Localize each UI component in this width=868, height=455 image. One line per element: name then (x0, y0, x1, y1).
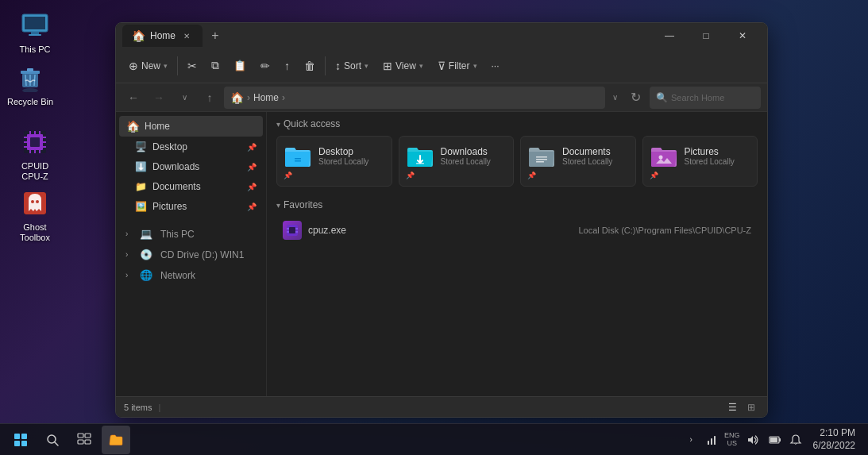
sidebar-item-home[interactable]: 🏠 Home (119, 116, 263, 137)
svg-rect-47 (85, 434, 91, 438)
address-sep2: › (282, 92, 285, 103)
cd-drive-nav-icon: 💿 (140, 249, 152, 260)
qa-desktop-sub: Stored Locally (318, 157, 368, 166)
svg-point-25 (31, 200, 34, 203)
qa-downloads-folder-icon (406, 143, 434, 168)
rename-btn[interactable]: ✏ (254, 53, 276, 79)
desktop-icon-this-pc[interactable]: This PC (6, 6, 64, 58)
svg-rect-41 (21, 434, 27, 439)
qa-item-desktop[interactable]: Desktop Stored Locally 📌 (276, 136, 392, 187)
list-view-btn[interactable]: ☰ (724, 399, 740, 415)
documents-sidebar-icon: 📁 (133, 181, 148, 192)
desktop-icon-cpuid[interactable]: CPUID CPU-Z (6, 123, 64, 185)
start-btn[interactable] (6, 426, 35, 454)
address-dropdown-btn[interactable]: ∨ (608, 87, 621, 109)
view-icon: ⊞ (383, 60, 392, 72)
svg-rect-54 (770, 438, 777, 442)
sidebar-item-pictures[interactable]: 🖼️ Pictures 📌 (119, 197, 263, 216)
maximize-btn[interactable]: □ (688, 23, 724, 48)
task-view-btn[interactable] (70, 426, 98, 454)
sidebar-expand-network[interactable]: › 🌐 Network (119, 265, 263, 285)
filter-btn[interactable]: ⊽ Filter ▾ (431, 53, 484, 79)
svg-rect-46 (78, 434, 83, 438)
pin-documents-icon[interactable]: 📌 (247, 183, 257, 191)
cut-btn[interactable]: ✂ (181, 53, 203, 79)
volume-icon[interactable] (742, 426, 764, 454)
title-bar: 🏠 Home ✕ + — □ ✕ (116, 23, 767, 48)
pin-pictures-icon[interactable]: 📌 (247, 202, 257, 211)
systray-chevron-btn[interactable]: › (683, 426, 699, 454)
paste-icon: 📋 (233, 60, 246, 71)
explorer-tab-home[interactable]: 🏠 Home ✕ (122, 25, 203, 47)
clock-display[interactable]: 2:10 PM 6/28/2022 (807, 427, 862, 452)
svg-rect-1 (25, 17, 45, 29)
address-sep1: › (247, 92, 250, 103)
downloads-sidebar-icon: ⬇️ (133, 161, 148, 172)
view-btn[interactable]: ⊞ View ▾ (376, 53, 430, 79)
quick-access-label: Quick access (284, 118, 340, 129)
more-icon: ··· (492, 60, 500, 71)
qa-pictures-name: Pictures (685, 146, 735, 157)
sidebar-item-desktop[interactable]: 🖥️ Desktop 📌 (119, 137, 263, 156)
filter-dropdown-icon: ▾ (473, 62, 477, 70)
address-bar[interactable]: 🏠 › Home › (224, 87, 605, 109)
more-btn[interactable]: ··· (485, 53, 506, 79)
quick-access-grid: Desktop Stored Locally 📌 (276, 136, 758, 187)
view-label: View (395, 60, 416, 71)
sidebar-desktop-label: Desktop (152, 141, 242, 152)
svg-line-45 (55, 442, 58, 445)
new-btn[interactable]: ⊕ New ▾ (122, 53, 174, 79)
minimize-btn[interactable]: — (651, 23, 688, 48)
copy-btn[interactable]: ⧉ (205, 53, 226, 79)
network-nav-icon: 🌐 (140, 269, 152, 281)
tab-close-btn[interactable]: ✕ (180, 29, 193, 42)
paste-btn[interactable]: 📋 (227, 53, 253, 79)
search-box[interactable]: 🔍 Search Home (650, 87, 761, 109)
clock-time: 2:10 PM (813, 427, 855, 440)
pin-downloads-icon[interactable]: 📌 (247, 163, 257, 172)
desktop-icon-recycle-bin[interactable]: Recycle Bin (2, 59, 59, 110)
notifications-icon[interactable] (786, 426, 805, 454)
expand-cd-arrow: › (125, 250, 135, 259)
nav-recent-btn[interactable]: ∨ (173, 87, 195, 109)
nav-back-btn[interactable]: ← (122, 87, 145, 109)
sidebar-item-documents[interactable]: 📁 Documents 📌 (119, 177, 263, 196)
desktop-icon-ghost-toolbox[interactable]: Ghost Toolbox (6, 184, 64, 246)
battery-icon[interactable] (766, 426, 785, 454)
ghost-toolbox-icon (19, 187, 51, 219)
qa-downloads-name: Downloads (441, 146, 491, 157)
fav-item-cpuz[interactable]: cpuz.exe Local Disk (C:)\Program Files\C… (276, 217, 758, 244)
share-icon: ↑ (284, 60, 290, 72)
qa-documents-name: Documents (562, 146, 612, 157)
sidebar-expand-cd-drive[interactable]: › 💿 CD Drive (D:) WIN1 (119, 245, 263, 264)
file-explorer-taskbar-btn[interactable] (102, 426, 130, 454)
sidebar-expand-this-pc[interactable]: › 💻 This PC (119, 224, 263, 244)
network-icon[interactable] (700, 426, 723, 454)
nav-refresh-btn[interactable]: ↻ (624, 87, 646, 109)
taskbar: › ENG US (0, 423, 868, 455)
qa-pictures-folder-icon (650, 143, 678, 168)
svg-rect-43 (21, 441, 27, 446)
svg-rect-30 (536, 156, 547, 158)
sort-btn[interactable]: ↕ Sort ▾ (329, 53, 375, 79)
delete-btn[interactable]: 🗑 (298, 53, 322, 79)
desktop-sidebar-icon: 🖥️ (133, 141, 148, 152)
pin-desktop-icon[interactable]: 📌 (247, 143, 257, 152)
qa-downloads-pin: 📌 (406, 172, 415, 179)
address-path-home: Home (253, 92, 279, 103)
grid-view-btn[interactable]: ⊞ (743, 399, 759, 415)
favorites-header[interactable]: ▾ Favorites (276, 199, 758, 210)
sidebar-item-downloads[interactable]: ⬇️ Downloads 📌 (119, 157, 263, 176)
share-btn[interactable]: ↑ (278, 53, 296, 79)
quick-access-header[interactable]: ▾ Quick access (276, 118, 758, 129)
qa-item-downloads[interactable]: Downloads Stored Locally 📌 (399, 136, 515, 187)
tab-add-btn[interactable]: + (204, 25, 226, 47)
favorites-label: Favorites (284, 199, 322, 210)
close-btn[interactable]: ✕ (724, 23, 761, 48)
qa-item-documents[interactable]: Documents Stored Locally 📌 (520, 136, 636, 187)
qa-item-pictures[interactable]: Pictures Stored Locally 📌 (642, 136, 758, 187)
nav-forward-btn[interactable]: → (148, 87, 170, 109)
nav-up-btn[interactable]: ↑ (199, 87, 221, 109)
qa-documents-pin: 📌 (527, 172, 536, 179)
search-taskbar-btn[interactable] (38, 426, 67, 454)
